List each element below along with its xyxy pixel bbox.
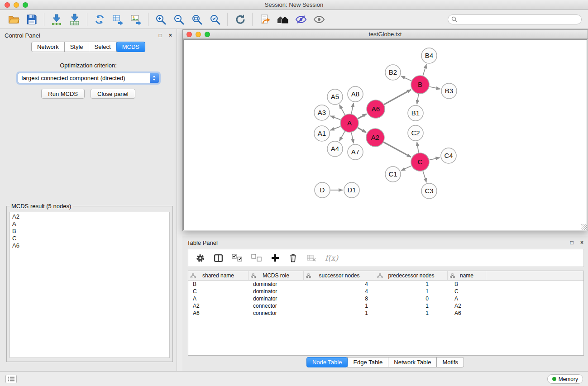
edge-A2-C[interactable] — [383, 142, 411, 157]
minimize-window-button[interactable] — [14, 2, 19, 8]
fit-content-button[interactable] — [188, 12, 206, 27]
edge-A-A6[interactable] — [358, 114, 367, 119]
delete-table-button[interactable] — [306, 253, 316, 262]
delete-columns-button[interactable] — [288, 253, 298, 263]
node-A5[interactable]: A5 — [327, 89, 343, 105]
table-row[interactable]: A2connector11A2 — [188, 302, 583, 310]
select-all-button[interactable] — [232, 253, 243, 262]
show-columns-button[interactable] — [214, 253, 223, 263]
node-A8[interactable]: A8 — [348, 86, 363, 102]
table-tab-motifs[interactable]: Motifs — [436, 357, 464, 367]
node-C1[interactable]: C1 — [385, 167, 401, 182]
float-panel-icon[interactable]: □ — [159, 33, 162, 38]
tab-mcds[interactable]: MCDS — [116, 42, 145, 52]
table-row[interactable]: Adominator80A — [188, 295, 583, 302]
network-close-button[interactable] — [186, 32, 192, 37]
column-header-successor-nodes[interactable]: successor nodes — [304, 271, 375, 280]
fit-selected-button[interactable] — [206, 12, 224, 27]
edge-C-C1[interactable] — [401, 166, 411, 171]
close-panel-icon[interactable]: × — [169, 33, 172, 38]
resize-grip[interactable] — [581, 224, 587, 230]
node-C4[interactable]: C4 — [441, 148, 456, 163]
apply-layout-button[interactable] — [231, 12, 249, 27]
function-builder-button[interactable]: f(x) — [325, 253, 338, 262]
column-header-name[interactable]: name — [448, 271, 486, 280]
edge-A-A2[interactable] — [358, 128, 366, 132]
tab-network[interactable]: Network — [31, 42, 65, 52]
node-A[interactable]: A — [340, 114, 359, 132]
edge-A-A8[interactable] — [351, 103, 354, 114]
edge-B-B1[interactable] — [417, 94, 419, 105]
node-A1[interactable]: A1 — [314, 126, 330, 141]
mcds-result-list[interactable]: A2ABCA6 — [10, 212, 170, 358]
node-B[interactable]: B — [411, 76, 429, 94]
search-input[interactable] — [448, 14, 582, 24]
node-C2[interactable]: C2 — [408, 125, 423, 141]
table-row[interactable]: Bdominator41B — [188, 281, 583, 288]
mcds-result-item[interactable]: A2 — [10, 213, 169, 220]
column-header-shared-name[interactable]: shared name — [188, 271, 249, 280]
network-zoom-button[interactable] — [205, 32, 210, 37]
tab-select[interactable]: Select — [89, 42, 117, 52]
node-A7[interactable]: A7 — [348, 144, 363, 160]
edge-A6-B[interactable] — [384, 90, 411, 105]
create-column-button[interactable] — [271, 253, 280, 262]
edge-B-B2[interactable] — [401, 76, 411, 81]
eye-slash-button[interactable] — [292, 12, 310, 27]
homes-button[interactable] — [274, 12, 292, 27]
criterion-dropdown[interactable]: largest connected component (directed) — [18, 73, 159, 83]
task-history-button[interactable] — [5, 375, 17, 383]
float-panel-icon[interactable]: □ — [570, 240, 574, 245]
close-panel-button[interactable]: Close panel — [91, 89, 135, 99]
export-network-button[interactable] — [91, 12, 109, 27]
edge-B-B4[interactable] — [423, 64, 426, 76]
table-row[interactable]: A6connector11A6 — [188, 310, 583, 317]
edge-B-B3[interactable] — [430, 87, 440, 89]
mcds-result-item[interactable]: B — [10, 228, 169, 235]
edge-A-A3[interactable] — [330, 116, 341, 120]
node-A3[interactable]: A3 — [314, 105, 330, 120]
edge-A-A1[interactable] — [330, 126, 341, 130]
close-panel-icon[interactable]: × — [580, 240, 583, 245]
node-C3[interactable]: C3 — [421, 183, 437, 199]
mcds-result-item[interactable]: A6 — [10, 242, 169, 249]
table-mode-button[interactable] — [196, 253, 205, 263]
table-tab-network-table[interactable]: Network Table — [388, 357, 437, 367]
close-window-button[interactable] — [5, 2, 10, 8]
node-B2[interactable]: B2 — [385, 65, 401, 80]
table-tab-edge-table[interactable]: Edge Table — [347, 357, 388, 367]
export-table-button[interactable] — [109, 12, 127, 27]
zoom-out-button[interactable] — [170, 12, 188, 27]
edge-A-A4[interactable] — [339, 131, 345, 141]
node-A6[interactable]: A6 — [367, 100, 385, 118]
edge-A-A5[interactable] — [339, 105, 345, 115]
edge-A-A7[interactable] — [351, 133, 354, 143]
node-B3[interactable]: B3 — [441, 83, 457, 99]
edge-C-C4[interactable] — [430, 157, 440, 160]
node-C[interactable]: C — [411, 153, 429, 171]
column-header-predecessor-nodes[interactable]: predecessor nodes — [375, 271, 448, 280]
zoom-window-button[interactable] — [23, 2, 28, 8]
save-session-button[interactable] — [23, 12, 41, 27]
node-A2[interactable]: A2 — [366, 129, 384, 147]
memory-button[interactable]: Memory — [547, 374, 583, 384]
export-image-button[interactable] — [127, 12, 145, 27]
deselect-all-button[interactable] — [251, 253, 262, 262]
network-minimize-button[interactable] — [196, 32, 201, 37]
table-tab-node-table[interactable]: Node Table — [306, 357, 348, 367]
open-session-button[interactable] — [5, 12, 23, 27]
mcds-result-item[interactable]: C — [10, 235, 169, 242]
table-row[interactable]: Cdominator41C — [188, 288, 583, 295]
import-table-file-button[interactable] — [66, 12, 84, 27]
edge-C-C3[interactable] — [423, 171, 426, 182]
node-D1[interactable]: D1 — [344, 182, 359, 198]
column-header-MCDS-role[interactable]: MCDS role — [249, 271, 304, 280]
node-B4[interactable]: B4 — [421, 48, 437, 63]
mcds-result-item[interactable]: A — [10, 220, 169, 228]
eye-button[interactable] — [310, 12, 328, 27]
node-D[interactable]: D — [315, 182, 330, 198]
tab-style[interactable]: Style — [64, 42, 89, 52]
page-arrow-button[interactable] — [256, 12, 274, 27]
network-canvas[interactable]: AA1A2A3A4A5A6A7A8BB1B2B3B4CC1C2C3C4DD1 — [183, 39, 587, 230]
zoom-in-button[interactable] — [152, 12, 170, 27]
